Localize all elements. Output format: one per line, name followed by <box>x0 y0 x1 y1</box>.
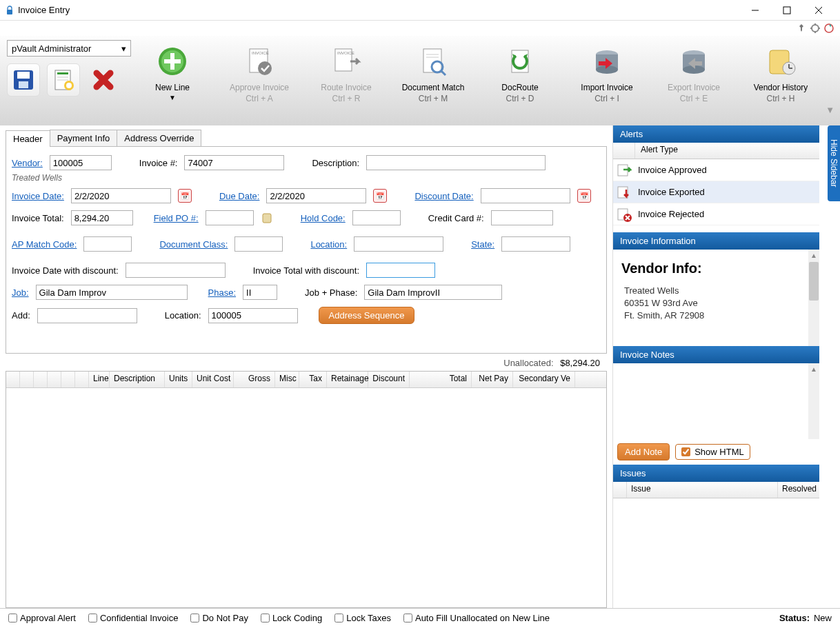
ribbon-expand-icon[interactable]: ▼ <box>826 105 834 115</box>
status-check-auto-fill-unallocated-on-new-line[interactable]: Auto Fill Unallocated on New Line <box>403 613 550 623</box>
job-phase-field[interactable] <box>364 285 502 300</box>
calendar-icon[interactable]: 📅 <box>577 189 591 203</box>
status-check-confidential-invoice[interactable]: Confidential Invoice <box>88 613 178 623</box>
grid-column-header[interactable]: Units <box>165 372 192 387</box>
tab-header[interactable]: Header <box>6 130 50 147</box>
new-invoice-button[interactable] <box>47 63 80 97</box>
location-label[interactable]: Location: <box>310 239 347 250</box>
line-items-grid[interactable]: LineDescriptionUnitsUnit CostGrossMiscTa… <box>6 371 607 608</box>
show-html-checkbox[interactable] <box>681 447 690 456</box>
inv-date-disc-field[interactable] <box>126 263 226 278</box>
vendor-label[interactable]: Vendor: <box>12 158 43 168</box>
user-dropdown[interactable]: pVault Administrator ▾ <box>7 40 131 57</box>
checkbox[interactable] <box>261 614 270 622</box>
hold-code-label[interactable]: Hold Code: <box>301 213 346 223</box>
vendor-field[interactable] <box>50 155 112 170</box>
add-field[interactable] <box>37 308 137 323</box>
clipboard-icon[interactable] <box>261 212 273 224</box>
invoice-date-field[interactable] <box>71 188 171 203</box>
due-date-label[interactable]: Due Date: <box>219 191 260 201</box>
doc-class-field[interactable] <box>234 236 283 252</box>
discount-date-label[interactable]: Discount Date: <box>414 191 473 201</box>
scrollbar[interactable]: ▲ <box>808 363 819 439</box>
delete-button[interactable] <box>87 63 120 97</box>
grid-column-header[interactable]: Discount <box>368 372 410 387</box>
gear-icon[interactable] <box>810 23 821 34</box>
toolbar-docroute[interactable]: DocRouteCtrl + D <box>486 40 554 103</box>
inv-total-disc-field[interactable] <box>366 263 435 278</box>
credit-card-field[interactable] <box>491 210 553 225</box>
invoice-date-label[interactable]: Invoice Date: <box>12 191 64 201</box>
discount-date-field[interactable] <box>481 188 570 203</box>
invoice-num-field[interactable] <box>184 155 284 170</box>
hide-sidebar-tab[interactable]: Hide Sidebar <box>828 125 840 201</box>
checkbox[interactable] <box>334 614 343 622</box>
job-label[interactable]: Job: <box>12 287 29 298</box>
grid-selector-col[interactable] <box>61 372 75 387</box>
toolbar-allocations[interactable]: Allocations▼ <box>833 40 840 103</box>
add-note-button[interactable]: Add Note <box>617 443 670 460</box>
grid-column-header[interactable]: Misc <box>275 372 299 387</box>
field-po-label[interactable]: Field PO #: <box>154 213 199 223</box>
due-date-field[interactable] <box>266 188 366 203</box>
calendar-icon[interactable]: 📅 <box>373 189 387 203</box>
location-field[interactable] <box>354 236 443 252</box>
tab-payment-info[interactable]: Payment Info <box>50 130 118 146</box>
grid-column-header[interactable]: Tax <box>299 372 327 387</box>
save-button[interactable] <box>7 63 40 97</box>
notes-body[interactable]: ▲ <box>613 363 819 439</box>
scrollbar[interactable]: ▲ <box>808 250 819 346</box>
checkbox[interactable] <box>403 614 412 622</box>
description-label: Description: <box>312 158 359 168</box>
grid-column-header[interactable]: Secondary Ve <box>513 372 575 387</box>
grid-selector-col[interactable] <box>20 372 34 387</box>
checkbox[interactable] <box>88 614 97 622</box>
grid-column-header[interactable]: Line <box>89 372 110 387</box>
phase-field[interactable] <box>243 285 277 300</box>
state-field[interactable] <box>501 236 570 252</box>
state-label[interactable]: State: <box>471 239 494 250</box>
status-check-lock-taxes[interactable]: Lock Taxes <box>334 613 391 623</box>
grid-column-header[interactable]: Unit Cost <box>192 372 234 387</box>
close-button[interactable] <box>803 0 834 21</box>
phase-label[interactable]: Phase: <box>208 287 236 298</box>
grid-selector-col[interactable] <box>34 372 48 387</box>
alert-row[interactable]: Invoice Approved <box>613 159 819 181</box>
calendar-icon[interactable]: 📅 <box>178 189 192 203</box>
alert-row[interactable]: Invoice Rejected <box>613 203 819 225</box>
address-sequence-button[interactable]: Address Sequence <box>319 307 415 324</box>
toolbar-new-line[interactable]: New Line▼ <box>138 40 207 103</box>
grid-selector-col[interactable] <box>6 372 20 387</box>
pin-icon[interactable] <box>796 23 807 34</box>
doc-class-label[interactable]: Document Class: <box>159 239 228 250</box>
grid-column-header[interactable]: Description <box>110 372 165 387</box>
ap-match-label[interactable]: AP Match Code: <box>12 239 77 250</box>
toolbar-vendor-history[interactable]: Vendor HistoryCtrl + H <box>746 40 815 103</box>
status-check-do-not-pay[interactable]: Do Not Pay <box>190 613 248 623</box>
minimize-button[interactable] <box>739 0 771 21</box>
grid-column-header[interactable]: Total <box>410 372 472 387</box>
field-po-field[interactable] <box>206 210 254 225</box>
show-html-toggle[interactable]: Show HTML <box>675 444 750 460</box>
status-check-lock-coding[interactable]: Lock Coding <box>261 613 322 623</box>
toolbar-import-invoice[interactable]: Import InvoiceCtrl + I <box>572 40 641 103</box>
grid-column-header[interactable]: Gross <box>234 372 275 387</box>
job-field[interactable] <box>36 285 188 300</box>
checkbox[interactable] <box>190 614 199 622</box>
maximize-button[interactable] <box>771 0 803 21</box>
grid-column-header[interactable]: Net Pay <box>472 372 513 387</box>
grid-selector-col[interactable] <box>75 372 89 387</box>
location2-field[interactable] <box>208 308 298 323</box>
refresh-icon[interactable] <box>823 23 834 34</box>
tab-address-override[interactable]: Address Override <box>117 130 201 146</box>
alert-row[interactable]: Invoice Exported <box>613 181 819 203</box>
status-check-approval-alert[interactable]: Approval Alert <box>8 613 76 623</box>
invoice-total-field[interactable] <box>71 210 133 225</box>
hold-code-field[interactable] <box>352 210 401 225</box>
ap-match-field[interactable] <box>83 236 132 252</box>
grid-column-header[interactable]: Retainage <box>327 372 368 387</box>
checkbox[interactable] <box>8 614 17 622</box>
grid-selector-col[interactable] <box>48 372 61 387</box>
toolbar-document-match[interactable]: Document MatchCtrl + M <box>399 40 468 103</box>
description-field[interactable] <box>366 155 546 170</box>
